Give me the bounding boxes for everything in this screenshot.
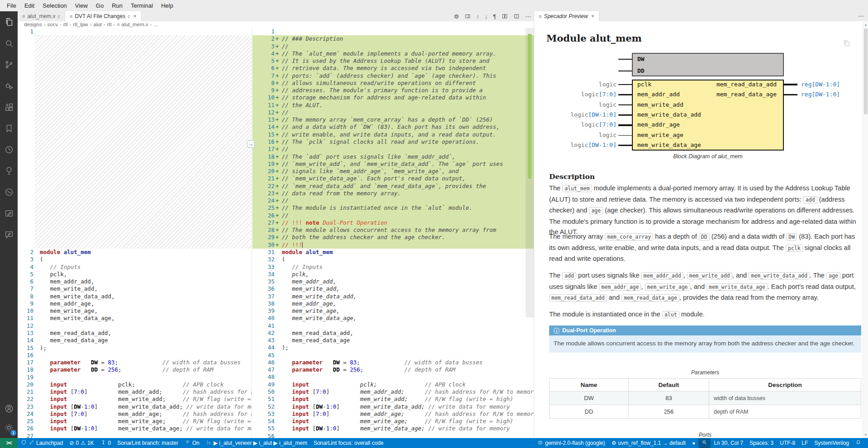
code-line[interactable]: 19 (18, 374, 251, 381)
code-line[interactable]: 15+// write enable, and write data input… (252, 131, 534, 138)
code-line[interactable]: 7+// ports: `add` (address checker) and … (252, 72, 534, 80)
ai-model-item[interactable]: gemini-2.0-flash (google) (534, 438, 608, 448)
menu-item-selection[interactable]: Selection (38, 0, 71, 11)
more-actions-icon[interactable]: ⋯ (525, 13, 531, 20)
code-line[interactable]: 33 // Inputs (252, 264, 534, 271)
explorer-icon[interactable] (0, 11, 18, 33)
edit-note-icon[interactable] (0, 203, 18, 224)
timer-icon[interactable] (0, 139, 18, 160)
code-line[interactable]: 14+// and a data width of `DW` (83). Eac… (252, 123, 534, 131)
code-line[interactable]: 15); (18, 344, 251, 352)
code-line[interactable]: 3+// (252, 43, 534, 50)
menu-item-view[interactable]: View (71, 0, 92, 11)
code-line[interactable]: 27+// !!! note Dual-Port Operation (252, 219, 534, 226)
tab-alut-mem-v[interactable]: ≡alut_mem.vc (18, 11, 65, 21)
code-line[interactable]: 20 input pclk; // APB clock (18, 381, 251, 388)
breadcrumb-item[interactable]: ... (154, 22, 158, 27)
bookmarks-icon[interactable] (0, 118, 18, 139)
code-line[interactable]: 31module alut_mem (252, 249, 534, 256)
code-line[interactable]: 26 input [DW-1:0] mem_write_data_age; //… (18, 425, 251, 432)
open-changes-icon[interactable] (465, 13, 471, 19)
code-line[interactable]: 54 input mem_write_age; // R/W flag (wri… (252, 418, 534, 425)
close-icon[interactable]: × (133, 13, 137, 19)
code-line[interactable]: 22 input mem_write_add; // R/W flag (wri… (18, 396, 251, 403)
code-line[interactable]: 39 mem_write_age, (252, 307, 534, 315)
code-line[interactable]: 1 (18, 28, 251, 35)
code-line[interactable]: 17 parameter DW = 83; // width of data b… (18, 359, 251, 366)
breadcrumb[interactable]: designs›socv›rtl›rtl_lpw›alut›rtl›≡ alut… (18, 21, 534, 28)
diff-revert-arrow[interactable]: → (247, 140, 255, 148)
code-line[interactable]: 3( (18, 256, 251, 263)
code-line[interactable]: 25 input mem_write_age; // R/W flag (wri… (18, 418, 251, 425)
extensions-icon[interactable] (0, 96, 18, 118)
code-line[interactable]: 19+// `mem_write_add`, and `mem_write_da… (252, 160, 534, 168)
account-icon[interactable] (0, 399, 18, 418)
code-line[interactable]: 26+// (252, 212, 534, 219)
code-line[interactable]: 5+// It is used by the Address Lookup Ta… (252, 57, 534, 65)
code-line[interactable]: 21 input [7:0] mem_addr_add; // hash add… (18, 388, 251, 396)
sonarlint-focus-item[interactable]: SonarLint focus: overall code (310, 438, 387, 448)
code-line[interactable]: 12 (18, 322, 251, 330)
code-line[interactable]: 38 mem_addr_age, (252, 300, 534, 307)
code-line[interactable]: 10+// storage mechanism for address and … (252, 94, 534, 101)
code-line[interactable]: 47 parameter DD = 256; // depth of RAM (252, 366, 534, 373)
tab-specador-preview[interactable]: ≡ Specador Preview × (534, 11, 599, 21)
code-line[interactable]: 51 input mem_write_add; // R/W flag (wri… (252, 396, 534, 403)
code-line[interactable]: 30+// !!! (252, 241, 534, 249)
code-line[interactable]: 14 mem_read_data_age (18, 337, 251, 344)
search-icon[interactable] (0, 33, 18, 54)
code-line[interactable]: 44); (252, 344, 534, 351)
code-line[interactable]: 34 pclk, (252, 271, 534, 278)
code-line[interactable]: 42 mem_read_data_add, (252, 330, 534, 337)
menu-item-edit[interactable]: Edit (20, 0, 38, 11)
code-line[interactable]: 45 (252, 352, 534, 359)
code-line[interactable]: 50 input [7:0] mem_addr_add; // hash add… (252, 388, 534, 396)
code-line[interactable]: 18 parameter DD = 256; // depth of RAM (18, 366, 251, 373)
problems-item[interactable]: ⊘0⚠1K (66, 438, 97, 448)
code-line[interactable]: 43 mem_read_data_age (252, 337, 534, 344)
code-line[interactable]: 55 input [DW-1:0] mem_write_data_age; //… (252, 425, 534, 432)
diff-modified-pane[interactable]: 12+// ### Description3+//4+// The `alut_… (252, 28, 534, 438)
code-line[interactable]: 22+// `mem_read_data_add` and `mem_read_… (252, 183, 534, 190)
code-line[interactable]: 6+// retrieve data. The memory is access… (252, 65, 534, 72)
code-line[interactable]: 18+// The `add` port uses signals like `… (252, 153, 534, 160)
menu-item-go[interactable]: Go (92, 0, 108, 11)
code-line[interactable]: 23+// data read from the memory array. (252, 190, 534, 197)
source-control-icon[interactable] (0, 54, 18, 75)
eol-item[interactable]: LF (798, 438, 811, 448)
code-line[interactable]: 8 mem_write_data_add, (18, 293, 251, 300)
next-change-icon[interactable]: ↓ (485, 13, 488, 20)
split-editor-icon[interactable] (513, 13, 520, 19)
zoom-out-item[interactable] (698, 438, 711, 448)
code-line[interactable]: 9+// addresses. The module's primary fun… (252, 87, 534, 94)
flow-item[interactable]: ⚙uvm_ref_flow_1.1 → default (608, 438, 689, 448)
scrollbar-slider[interactable] (864, 28, 868, 114)
code-line[interactable]: 16+// The `pclk` signal clocks all read … (252, 138, 534, 146)
indentation-item[interactable]: Spaces: 3 (746, 438, 777, 448)
code-line[interactable]: 25+// The module is instantiated once in… (252, 204, 534, 212)
settings-gear-icon[interactable]: 1 (0, 418, 18, 437)
whitespace-icon[interactable]: ¶ (493, 13, 496, 20)
code-line[interactable]: 2+// ### Description (252, 35, 534, 42)
code-line[interactable]: 56 (252, 433, 534, 438)
code-line[interactable]: 2module alut_mem (18, 249, 251, 256)
code-line[interactable]: 40 mem_write_data_age, (252, 315, 534, 322)
diff-original-pane[interactable]: 12module alut_mem3(4 // Inputs5 pclk,6 m… (18, 28, 252, 438)
code-line[interactable]: 13 mem_read_data_add, (18, 330, 251, 337)
code-line[interactable]: 1 (252, 28, 534, 35)
code-line[interactable]: 11+// the ALUT. (252, 102, 534, 109)
sonarlint-branch-item[interactable]: SonarLint branch: master (114, 438, 181, 448)
filter-item[interactable]: On (181, 438, 203, 448)
breadcrumb-item[interactable]: socv (47, 22, 58, 27)
code-line[interactable]: 8+// allows simultaneous read/write oper… (252, 80, 534, 87)
breadcrumb-item[interactable]: rtl_lpw (73, 22, 88, 27)
settings-gear-icon[interactable]: ⚙ (454, 13, 459, 20)
code-line[interactable]: 13+// The memory array `mem_core_array` … (252, 116, 534, 123)
code-line[interactable]: 5 pclk, (18, 271, 251, 278)
code-line[interactable]: 17+// (252, 146, 534, 153)
code-line[interactable]: 9 mem_addr_age, (18, 300, 251, 307)
close-icon[interactable]: × (591, 13, 594, 19)
language-item[interactable]: SystemVerilog (811, 438, 852, 448)
code-line[interactable]: 46 parameter DW = 83; // width of data b… (252, 359, 534, 366)
menu-item-terminal[interactable]: Terminal (127, 0, 157, 11)
